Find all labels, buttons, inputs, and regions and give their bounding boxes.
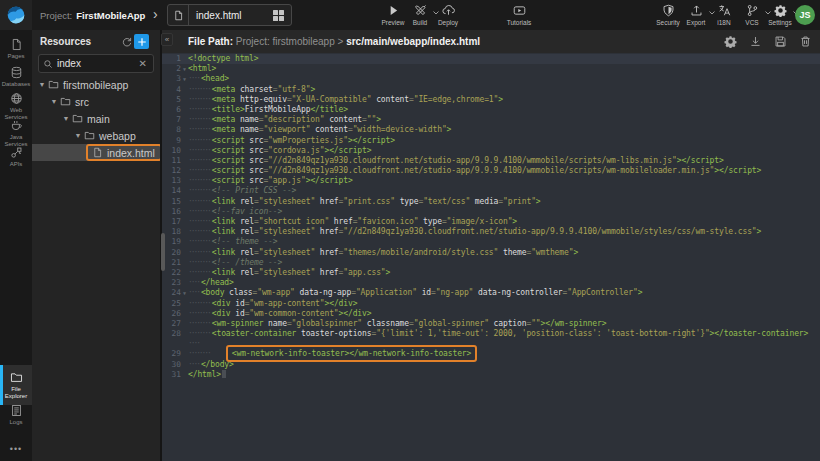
code-line[interactable]: 6········<title>FirstMobileApp</title> — [162, 105, 820, 115]
sidebar-item-java-services[interactable]: JavaServices — [0, 119, 32, 147]
app-logo[interactable] — [0, 0, 32, 30]
code-line[interactable]: 9········<script src="wmProperties.js"><… — [162, 136, 820, 146]
clear-search-icon[interactable]: ✕ — [139, 58, 147, 69]
gutter-space — [181, 278, 188, 288]
refresh-icon[interactable] — [119, 34, 134, 49]
code-line[interactable]: 15········<link rel="stylesheet" href="p… — [162, 197, 820, 207]
resource-search-input[interactable]: index ✕ — [38, 54, 154, 73]
gutter-space — [181, 370, 188, 380]
code-text: ········<wm-spinner name="globalspinner"… — [188, 319, 606, 329]
code-line[interactable]: 26········<div id="wm-common-content"></… — [162, 309, 820, 319]
code-line[interactable]: 22········<link rel="stylesheet" href="a… — [162, 268, 820, 278]
code-line[interactable]: 5········<meta http-equiv="X-UA-Compatib… — [162, 95, 820, 105]
gutter-space — [181, 227, 188, 237]
code-line[interactable]: 14········<!-- Print CSS --> — [162, 186, 820, 196]
add-resource-button[interactable] — [134, 34, 149, 49]
fold-arrow-icon[interactable]: ▼ — [181, 64, 188, 74]
code-line[interactable]: 18········<link rel="stylesheet" href="/… — [162, 227, 820, 237]
code-text: ········<div id="wm-app-content"></div> — [188, 299, 357, 309]
save-icon[interactable] — [773, 33, 787, 49]
file-icon — [92, 147, 103, 158]
folder-icon — [10, 371, 23, 384]
tree-item-src[interactable]: ▼src — [32, 93, 160, 110]
database-icon — [10, 66, 23, 79]
gutter-space — [181, 268, 188, 278]
delete-icon[interactable] — [798, 33, 812, 49]
gutter-space — [181, 339, 188, 349]
gutter-space — [181, 197, 188, 207]
code-line[interactable]: 11········<script src="//d2n849qz1ya930.… — [162, 156, 820, 166]
tab-label: index.html — [189, 10, 273, 21]
code-line[interactable]: 13········<script src="app.js"></script> — [162, 176, 820, 186]
tree-expand-arrow[interactable]: ▼ — [38, 81, 46, 88]
file-settings-icon[interactable] — [723, 33, 737, 49]
line-number: 27 — [162, 319, 181, 329]
gutter-space — [181, 309, 188, 319]
deploy-button[interactable]: Deploy — [428, 4, 468, 26]
sidebar-item-web-services[interactable]: WebServices — [0, 92, 32, 120]
code-line[interactable]: 17········<link rel="shortcut icon" href… — [162, 217, 820, 227]
sidebar-item-apis[interactable]: APIs — [0, 146, 32, 168]
code-line[interactable]: 7········<meta name="description" conten… — [162, 115, 820, 125]
collapse-panel-button[interactable]: « — [161, 33, 173, 46]
user-avatar[interactable]: JS — [795, 5, 815, 25]
code-line[interactable]: 4········<meta charset="utf-8"> — [162, 85, 820, 95]
tree-expand-arrow[interactable]: ▼ — [74, 132, 82, 139]
video-icon — [513, 4, 526, 17]
breadcrumb-chevron-icon: › — [153, 6, 158, 22]
tree-expand-arrow[interactable]: ▼ — [50, 98, 58, 105]
sidebar-more-button[interactable]: ••• — [0, 444, 32, 454]
code-line[interactable]: 8········<meta name="viewport" content="… — [162, 125, 820, 135]
sidebar-item-file-explorer[interactable]: FileExplorer — [0, 365, 32, 405]
tutorials-button[interactable]: Tutorials — [499, 4, 539, 26]
settings-button[interactable]: Settings — [760, 4, 800, 26]
sidebar-item-databases[interactable]: Databases — [0, 66, 32, 88]
panel-resize-handle[interactable] — [161, 233, 165, 271]
code-line[interactable]: 27········<wm-spinner name="globalspinne… — [162, 319, 820, 329]
code-line[interactable]: 23····</head> — [162, 278, 820, 288]
deploy-icon — [442, 4, 455, 17]
tree-item-index-html[interactable]: index.html — [32, 144, 160, 161]
gutter-space — [181, 319, 188, 329]
code-line[interactable]: 1<!doctype html> — [162, 54, 820, 64]
line-number: 25 — [162, 299, 181, 309]
line-number: 8 — [162, 125, 181, 135]
code-line[interactable]: 2▼<html> — [162, 64, 820, 74]
code-line[interactable]: 24▼····<body class="wm-app" data-ng-app=… — [162, 288, 820, 298]
tab-index-html[interactable]: index.html — [167, 4, 292, 26]
grid-view-icon[interactable] — [273, 10, 284, 21]
code-line[interactable]: 30····</body> — [162, 360, 820, 370]
code-text: ········<!-- Print CSS --> — [188, 186, 296, 196]
code-line[interactable]: 10········<script src="cordova.js"></scr… — [162, 146, 820, 156]
code-line[interactable]: 12········<script src="//d2n849qz1ya930.… — [162, 166, 820, 176]
code-line[interactable]: 29········<wm-network-info-toaster></wm-… — [162, 349, 820, 359]
code-line[interactable]: 28········<toaster-container toaster-opt… — [162, 329, 820, 339]
code-line[interactable]: 20········<link rel="stylesheet" href="t… — [162, 248, 820, 258]
gutter-space — [181, 207, 188, 217]
tree-item-main[interactable]: ▼main — [32, 110, 160, 127]
search-icon — [43, 59, 53, 69]
code-text: ····<head> — [188, 74, 229, 84]
coffee-icon — [10, 119, 23, 132]
project-breadcrumb[interactable]: Project:FirstMobileApp — [40, 0, 145, 30]
tree-item-webapp[interactable]: ▼webapp — [32, 127, 160, 144]
code-line[interactable]: 31</html> — [162, 370, 820, 380]
code-editor[interactable]: 1<!doctype html>2▼<html>3▼····<head>4···… — [162, 53, 820, 461]
tree-item-firstmobileapp[interactable]: ▼firstmobileapp — [32, 76, 160, 93]
line-number: 9 — [162, 136, 181, 146]
download-icon[interactable] — [748, 33, 762, 49]
sidebar-item-pages[interactable]: Pages — [0, 38, 32, 60]
code-text: ········<meta charset="utf-8"> — [188, 85, 315, 95]
code-line[interactable]: 3▼····<head> — [162, 74, 820, 84]
code-text: ········<script src="cordova.js"></scrip… — [188, 146, 371, 156]
folder-icon — [60, 96, 71, 107]
code-line[interactable]: 19········<!-- theme --> — [162, 237, 820, 247]
tree-expand-arrow[interactable]: ▼ — [62, 115, 70, 122]
sidebar-item-logs[interactable]: Logs — [0, 404, 32, 426]
code-line[interactable]: 25········<div id="wm-app-content"></div… — [162, 299, 820, 309]
fold-arrow-icon[interactable]: ▼ — [181, 74, 188, 84]
code-line[interactable]: 21········<!-- /theme --> — [162, 258, 820, 268]
fold-arrow-icon[interactable]: ▼ — [181, 288, 188, 298]
code-text: ········<wm-network-info-toaster></wm-ne… — [188, 349, 477, 359]
code-line[interactable]: 16········<!--fav icon--> — [162, 207, 820, 217]
